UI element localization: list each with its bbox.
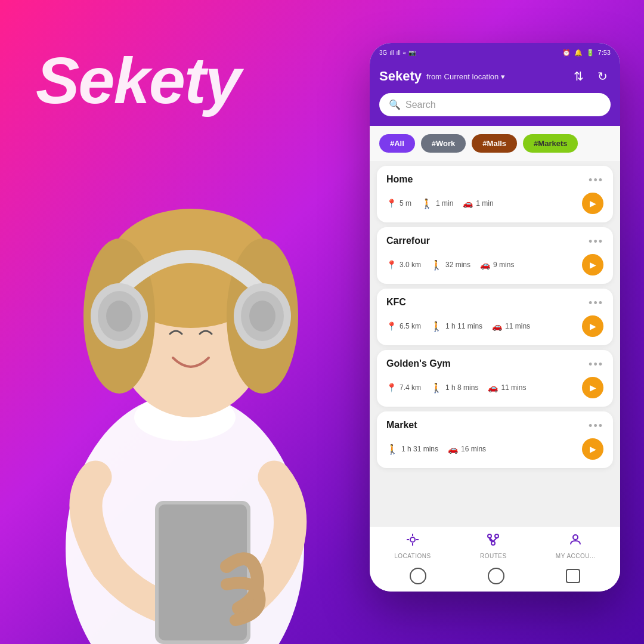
card-title-market: Market <box>386 420 417 431</box>
car-icon: 🚗 <box>463 199 473 208</box>
car-icon-5: 🚗 <box>448 444 458 454</box>
tab-work[interactable]: #Work <box>421 134 466 153</box>
gym-car: 🚗 11 mins <box>488 383 526 392</box>
location-card-carrefour[interactable]: Carrefour ••• 📍 3.0 km 🚶 32 mins <box>377 227 613 284</box>
locations-icon <box>405 532 420 550</box>
signal-icon: 3G <box>379 49 387 56</box>
home-car: 🚗 1 min <box>463 199 493 208</box>
nav-routes-label: ROUTES <box>480 553 507 559</box>
home-walk: 🚶 1 min <box>421 198 453 209</box>
navigate-btn-market[interactable]: ▶ <box>582 438 603 460</box>
phone-mockup: 3G ıll ıll ≈ 📷 ⏰ 🔔 🔋 7:53 Sekety from Cu… <box>370 43 620 592</box>
card-title-home: Home <box>386 174 413 185</box>
battery-icon: 🔋 <box>586 49 595 57</box>
carrefour-car: 🚗 9 mins <box>480 260 514 270</box>
navigate-btn-home[interactable]: ▶ <box>582 193 603 214</box>
location-card-market[interactable]: Market ••• 🚶 1 h 31 mins 🚗 16 mins <box>377 411 613 468</box>
walk-icon-3: 🚶 <box>431 321 442 332</box>
car-icon-2: 🚗 <box>480 260 490 270</box>
card-menu-market[interactable]: ••• <box>589 420 603 432</box>
bars-icon: ıll <box>389 49 394 56</box>
home-distance: 📍 5 m <box>386 199 411 208</box>
app-name-label: Sekety <box>379 69 422 84</box>
camera-icon: 📷 <box>408 49 416 56</box>
kfc-car: 🚗 11 mins <box>492 321 530 331</box>
sort-icon: ⇅ <box>574 69 584 83</box>
sort-button[interactable]: ⇅ <box>570 68 587 85</box>
home-button[interactable] <box>488 568 504 584</box>
chevron-down-icon: ▾ <box>501 72 505 81</box>
volume-icon: 🔔 <box>574 49 583 57</box>
svg-point-12 <box>249 301 275 332</box>
app-header: Sekety from Current location ▾ ⇅ ↻ <box>370 62 620 126</box>
signal-info: 3G ıll ıll ≈ 📷 <box>379 49 416 56</box>
location-card-kfc[interactable]: KFC ••• 📍 6.5 km 🚶 1 h 11 mins <box>377 289 613 345</box>
gym-walk: 🚶 1 h 8 mins <box>431 382 478 394</box>
svg-point-9 <box>106 301 132 332</box>
search-placeholder: Search <box>405 100 601 110</box>
walk-icon-2: 🚶 <box>431 259 442 271</box>
card-menu-home[interactable]: ••• <box>589 174 603 187</box>
status-right: ⏰ 🔔 🔋 7:53 <box>562 49 611 57</box>
walk-icon: 🚶 <box>421 198 433 209</box>
svg-point-16 <box>488 534 491 538</box>
carrefour-walk: 🚶 32 mins <box>431 259 470 271</box>
walk-icon-5: 🚶 <box>386 444 398 455</box>
home-bar <box>370 563 620 592</box>
back-button[interactable] <box>410 568 426 584</box>
svg-point-15 <box>410 537 415 542</box>
navigate-btn-carrefour[interactable]: ▶ <box>582 254 603 275</box>
pin-icon: 📍 <box>386 199 397 208</box>
navigate-btn-kfc[interactable]: ▶ <box>582 315 603 337</box>
search-icon: 🔍 <box>389 99 401 110</box>
nav-routes[interactable]: ROUTES <box>480 532 507 559</box>
tab-malls[interactable]: #Malls <box>472 134 517 153</box>
svg-point-17 <box>495 534 499 538</box>
woman-illustration <box>0 60 405 644</box>
card-title-gym: Golden's Gym <box>386 358 451 369</box>
refresh-button[interactable]: ↻ <box>594 68 611 85</box>
nav-account-label: MY ACCOU... <box>556 553 596 559</box>
filter-tabs: #All #Work #Malls #Markets <box>370 126 620 161</box>
location-card-gym[interactable]: Golden's Gym ••• 📍 7.4 km 🚶 1 h 8 mins <box>377 350 613 407</box>
nav-account[interactable]: MY ACCOU... <box>556 532 596 559</box>
market-walk: 🚶 1 h 31 mins <box>386 444 438 455</box>
wifi-icon: ≈ <box>403 49 407 56</box>
walk-icon-4: 🚶 <box>431 382 442 394</box>
market-car: 🚗 16 mins <box>448 444 486 454</box>
pin-icon-4: 📍 <box>386 383 397 392</box>
locations-list: Home ••• 📍 5 m 🚶 1 min � <box>370 161 620 526</box>
alarm-icon: ⏰ <box>562 49 571 57</box>
location-card-home[interactable]: Home ••• 📍 5 m 🚶 1 min � <box>377 166 613 222</box>
gym-distance: 📍 7.4 km <box>386 383 421 392</box>
card-title-carrefour: Carrefour <box>386 236 430 246</box>
status-bar: 3G ıll ıll ≈ 📷 ⏰ 🔔 🔋 7:53 <box>370 43 620 62</box>
card-menu-carrefour[interactable]: ••• <box>589 236 603 248</box>
car-icon-4: 🚗 <box>488 383 498 392</box>
card-title-kfc: KFC <box>386 297 406 308</box>
bottom-nav: LOCATIONS ROUTES <box>370 526 620 563</box>
carrefour-distance: 📍 3.0 km <box>386 260 421 270</box>
recents-button[interactable] <box>566 569 580 583</box>
tab-all[interactable]: #All <box>379 134 415 153</box>
nav-locations-label: LOCATIONS <box>394 553 431 559</box>
routes-icon <box>486 532 500 550</box>
time-display: 7:53 <box>598 49 611 56</box>
nav-locations[interactable]: LOCATIONS <box>394 532 431 559</box>
card-menu-gym[interactable]: ••• <box>589 358 603 371</box>
pin-icon-2: 📍 <box>386 260 397 270</box>
pin-icon-3: 📍 <box>386 321 397 331</box>
card-menu-kfc[interactable]: ••• <box>589 297 603 309</box>
kfc-walk: 🚶 1 h 11 mins <box>431 321 482 332</box>
navigate-btn-gym[interactable]: ▶ <box>582 377 603 398</box>
search-bar[interactable]: 🔍 Search <box>379 93 611 116</box>
account-icon <box>568 532 583 550</box>
refresh-icon: ↻ <box>597 69 608 83</box>
car-icon-3: 🚗 <box>492 321 502 331</box>
kfc-distance: 📍 6.5 km <box>386 321 421 331</box>
location-selector[interactable]: from Current location ▾ <box>426 72 505 81</box>
tab-markets[interactable]: #Markets <box>523 134 578 153</box>
svg-point-19 <box>573 535 578 540</box>
bars2-icon: ıll <box>397 49 401 56</box>
